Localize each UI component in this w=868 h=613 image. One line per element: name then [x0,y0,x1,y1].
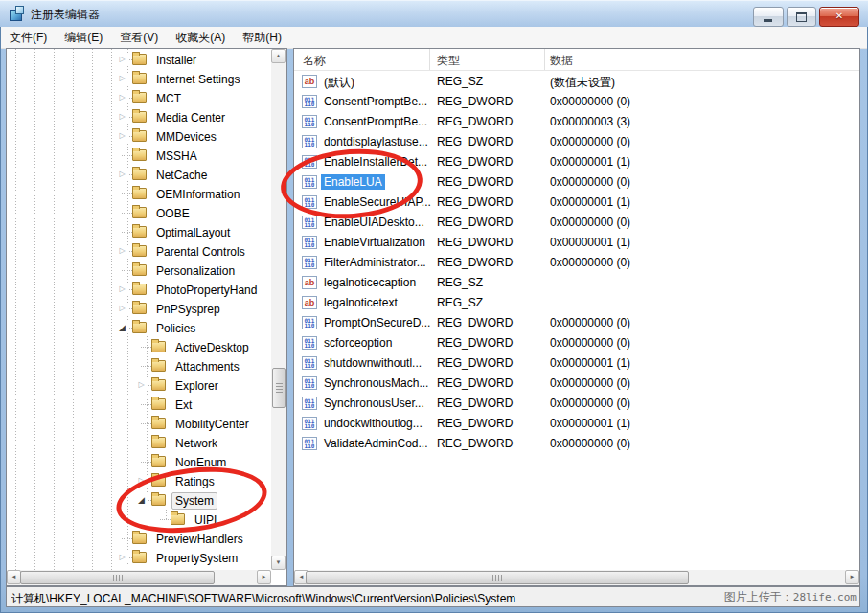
tree-vertical-scrollbar[interactable]: ▲ ▼ [271,49,286,570]
expand-arrow-icon[interactable]: ▷ [116,92,128,103]
minimize-button[interactable] [753,7,784,27]
expand-arrow-icon[interactable]: ▷ [116,130,128,142]
column-header-type[interactable]: 类型 [437,53,460,69]
maximize-button[interactable] [787,7,816,27]
tree-item-mobilitycenter[interactable]: MobilityCenter [171,416,253,433]
column-divider[interactable] [429,49,430,70]
tree-row: OEMInformation [7,184,270,203]
tree-item-personalization[interactable]: Personalization [152,262,239,280]
reg-dword-glyph: 110 [305,423,315,428]
value-name[interactable]: EnableLUA [321,174,385,190]
list-horizontal-scrollbar[interactable]: ◄ ► [294,570,859,585]
tree-item-attachments[interactable]: Attachments [171,358,243,375]
reg-dword-icon: 011110 [302,195,317,209]
value-name[interactable]: SynchronousUser... [321,396,427,411]
tree-item-mmdevices[interactable]: MMDevices [152,128,220,146]
folder-icon [132,188,147,199]
scrollbar-thumb[interactable] [20,571,215,584]
column-header-data[interactable]: 数据 [550,53,573,69]
tree-item-network[interactable]: Network [171,435,221,452]
value-name[interactable]: EnableInstallerDet... [321,154,430,170]
tree-item-propertysystem[interactable]: PropertySystem [152,550,241,567]
tree-item-oobe[interactable]: OOBE [152,205,194,222]
value-type: REG_DWORD [437,195,513,209]
value-row: 011110shutdownwithoutl...REG_DWORD0x0000… [294,353,859,374]
tree-item-explorer[interactable]: Explorer [171,377,222,395]
value-name[interactable]: ConsentPromptBe... [321,114,430,129]
tree-item-parentalcontrols[interactable]: Parental Controls [152,243,249,261]
reg-dword-icon: 011110 [302,336,317,350]
menu-item[interactable]: 文件(F) [1,27,56,48]
reg-dword-glyph: 110 [305,383,315,388]
value-name[interactable]: ConsentPromptBe... [321,94,430,109]
expand-arrow-icon[interactable]: ▷ [135,475,148,487]
expand-arrow-icon[interactable]: ▷ [116,111,128,123]
value-name[interactable]: FilterAdministrator... [321,255,429,270]
value-name[interactable]: legalnoticecaption [321,275,419,290]
tree-item-uipi[interactable]: UIPI [191,511,220,529]
tree-item-oeminformation[interactable]: OEMInformation [152,186,243,203]
column-divider[interactable] [544,49,545,70]
scrollbar-thumb[interactable] [306,571,689,584]
reg-dword-icon: 011110 [302,216,317,229]
value-name[interactable]: scforceoption [321,335,395,351]
tree-item-mssha[interactable]: MSSHA [152,148,201,165]
tree-row: ▷Installer [7,50,270,69]
collapse-arrow-icon[interactable]: ◢ [116,322,128,333]
expand-arrow-icon[interactable]: ▷ [116,245,128,257]
column-header-name[interactable]: 名称 [303,53,326,69]
value-name[interactable]: undockwithoutlog... [321,416,425,431]
tree-item-ext[interactable]: Ext [171,397,195,414]
expand-arrow-icon[interactable]: ▷ [135,379,148,391]
scroll-right-button[interactable]: ► [845,570,859,584]
tree-item-activedesktop[interactable]: ActiveDesktop [171,339,253,356]
expand-arrow-icon[interactable]: ▷ [116,54,128,65]
reg-dword-icon: 011110 [302,95,317,108]
tree-horizontal-scrollbar[interactable]: ◄ ► [7,570,271,585]
tree-item-mct[interactable]: MCT [152,90,185,107]
value-name[interactable]: EnableSecureUIAP... [321,194,434,210]
expand-arrow-icon[interactable]: ▷ [116,552,128,563]
menu-item[interactable]: 收藏夹(A) [167,27,234,48]
expand-arrow-icon[interactable]: ▷ [116,303,128,314]
folder-icon [151,456,166,467]
value-name[interactable]: dontdisplaylastuse... [321,134,431,149]
value-name[interactable]: EnableUIADeskto... [321,215,427,230]
value-name[interactable]: EnableVirtualization [321,235,428,250]
value-data: 0x00000000 (0) [550,175,630,189]
value-name[interactable]: (默认) [321,74,357,92]
expand-arrow-icon[interactable]: ▷ [116,73,128,84]
tree-row: ▷MCT [7,88,270,107]
value-data: 0x00000000 (0) [550,256,630,269]
value-name[interactable]: SynchronousMach... [321,375,431,391]
scroll-up-button[interactable]: ▲ [271,49,286,63]
scroll-right-button[interactable]: ► [257,570,271,584]
value-name[interactable]: legalnoticetext [321,295,400,310]
scrollbar-thumb[interactable] [272,368,286,408]
tree-item-nonenum[interactable]: NonEnum [171,454,230,471]
close-button[interactable]: ✕ [819,7,859,27]
tree-item-policies[interactable]: Policies [152,320,199,337]
tree-item-photopropertyhand[interactable]: PhotoPropertyHand [152,282,261,299]
tree-item-internetsettings[interactable]: Internet Settings [152,71,243,88]
tree-item-netcache[interactable]: NetCache [152,167,211,184]
tree-item-installer[interactable]: Installer [152,52,200,69]
value-name[interactable]: PromptOnSecureD... [321,315,433,330]
tree-item-pnpsysprep[interactable]: PnPSysprep [152,301,224,318]
tree-item-ratings[interactable]: Ratings [171,473,218,490]
value-name[interactable]: shutdownwithoutl... [321,355,424,371]
tree-item-optimallayout[interactable]: OptimalLayout [152,224,234,241]
scroll-down-button[interactable]: ▼ [271,556,286,570]
value-name[interactable]: ValidateAdminCod... [321,436,431,451]
menu-item[interactable]: 帮助(H) [234,27,290,48]
menu-item[interactable]: 查看(V) [111,27,167,48]
tree-item-mediacenter[interactable]: Media Center [152,109,229,126]
tree-item-previewhandlers[interactable]: PreviewHandlers [152,531,247,548]
menu-item[interactable]: 编辑(E) [56,27,111,48]
value-data: 0x00000000 (0) [550,216,630,229]
collapse-arrow-icon[interactable]: ◢ [135,494,148,506]
expand-arrow-icon[interactable]: ▷ [116,284,128,295]
expand-arrow-icon[interactable]: ▷ [116,169,128,180]
tree-item-system[interactable]: System [171,492,217,510]
scroll-left-button[interactable]: ◄ [7,570,21,584]
